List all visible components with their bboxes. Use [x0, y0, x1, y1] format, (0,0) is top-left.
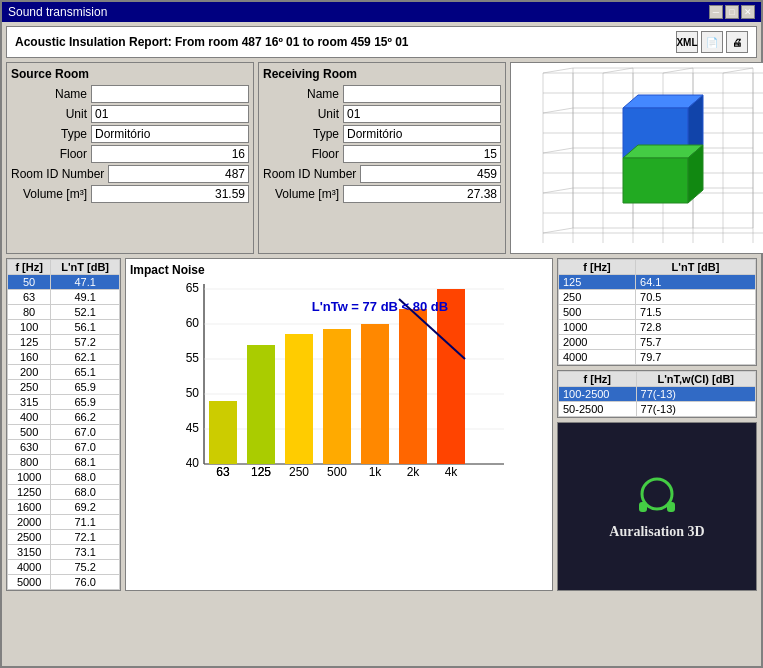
freq-cell: 250	[559, 290, 636, 305]
value-cell: 68.1	[51, 455, 120, 470]
freq-cell: 1000	[559, 320, 636, 335]
freq-table-left-table: f [Hz] L'nT [dB] 5047.16349.18052.110056…	[7, 259, 120, 590]
freq-table-row[interactable]: 160069.2	[8, 500, 120, 515]
freq-table-row[interactable]: 100068.0	[8, 470, 120, 485]
bar-63-fix	[209, 419, 237, 464]
value-cell: 65.1	[51, 365, 120, 380]
source-unit-label: Unit	[11, 107, 91, 121]
close-button[interactable]: ✕	[741, 5, 755, 19]
freq-cell: 630	[8, 440, 51, 455]
source-volume-input[interactable]	[91, 185, 249, 203]
recv-roomid-input[interactable]	[360, 165, 501, 183]
room-3d-svg	[513, 63, 764, 253]
freq-table-row[interactable]: 200071.1	[8, 515, 120, 530]
freq-cell: 2000	[559, 335, 636, 350]
freq-table-row[interactable]: 20065.1	[8, 365, 120, 380]
recv-volume-label: Volume [m³]	[263, 187, 343, 201]
svg-text:250: 250	[289, 465, 309, 479]
svg-rect-66	[667, 502, 675, 512]
freq-cell: 250	[8, 380, 51, 395]
freq-cell: 500	[8, 425, 51, 440]
right-table-lower-row[interactable]: 50-250077(-13)	[559, 402, 756, 417]
freq-table-row[interactable]: 500076.0	[8, 575, 120, 590]
freq-table-row[interactable]: 16062.1	[8, 350, 120, 365]
source-type-input[interactable]	[91, 125, 249, 143]
xml-icon[interactable]: XML	[676, 31, 698, 53]
freq-table-row[interactable]: 8052.1	[8, 305, 120, 320]
right-table-upper-row[interactable]: 25070.5	[559, 290, 756, 305]
freq-table-row[interactable]: 315073.1	[8, 545, 120, 560]
recv-type-input[interactable]	[343, 125, 501, 143]
source-type-label: Type	[11, 127, 91, 141]
value-cell: 73.1	[51, 545, 120, 560]
svg-text:2k: 2k	[407, 465, 421, 479]
right-table-upper-row[interactable]: 100072.8	[559, 320, 756, 335]
right-panel: f [Hz] L'nT [dB] 12564.125070.550071.510…	[557, 258, 757, 591]
freq-table-row[interactable]: 31565.9	[8, 395, 120, 410]
main-content: Acoustic Insulation Report: From room 48…	[2, 22, 761, 595]
recv-name-input[interactable]	[343, 85, 501, 103]
value-cell: 77(-13)	[636, 387, 755, 402]
source-room-title: Source Room	[11, 67, 249, 81]
print-icon[interactable]: 🖨	[726, 31, 748, 53]
right-table-lower-row[interactable]: 100-250077(-13)	[559, 387, 756, 402]
right-table-upper-row[interactable]: 200075.7	[559, 335, 756, 350]
svg-marker-39	[623, 158, 688, 203]
right-table-upper: f [Hz] L'nT [dB] 12564.125070.550071.510…	[557, 258, 757, 366]
source-roomid-input[interactable]	[108, 165, 249, 183]
receiving-room-title: Receiving Room	[263, 67, 501, 81]
freq-table-row[interactable]: 25065.9	[8, 380, 120, 395]
right-table-upper-row[interactable]: 400079.7	[559, 350, 756, 365]
svg-text:45: 45	[186, 421, 200, 435]
recv-volume-input[interactable]	[343, 185, 501, 203]
freq-table-row[interactable]: 125068.0	[8, 485, 120, 500]
recv-floor-row: Floor	[263, 145, 501, 163]
recv-floor-input[interactable]	[343, 145, 501, 163]
report-icons: XML 📄 🖨	[676, 31, 748, 53]
receiving-room-3d	[623, 145, 703, 203]
source-name-row: Name	[11, 85, 249, 103]
freq-table-row[interactable]: 5047.1	[8, 275, 120, 290]
source-unit-input[interactable]	[91, 105, 249, 123]
freq-table-row[interactable]: 10056.1	[8, 320, 120, 335]
freq-cell: 4000	[559, 350, 636, 365]
value-cell: 71.1	[51, 515, 120, 530]
recv-unit-label: Unit	[263, 107, 343, 121]
freq-table-row[interactable]: 400075.2	[8, 560, 120, 575]
recv-type-row: Type	[263, 125, 501, 143]
freq-table-row[interactable]: 12557.2	[8, 335, 120, 350]
value-cell: 69.2	[51, 500, 120, 515]
maximize-button[interactable]: □	[725, 5, 739, 19]
svg-text:40: 40	[186, 456, 200, 470]
svg-text:50: 50	[186, 386, 200, 400]
source-roomid-row: Room ID Number	[11, 165, 249, 183]
freq-table-row[interactable]: 40066.2	[8, 410, 120, 425]
bar-1k-fix	[361, 324, 389, 464]
auralisation-box[interactable]: Auralisation 3D	[557, 422, 757, 591]
pdf-icon[interactable]: 📄	[701, 31, 723, 53]
value-cell: 75.2	[51, 560, 120, 575]
source-name-input[interactable]	[91, 85, 249, 103]
room-3d-preview	[510, 62, 763, 254]
freq-table-row[interactable]: 63067.0	[8, 440, 120, 455]
source-floor-input[interactable]	[91, 145, 249, 163]
headphones-icon	[627, 474, 687, 524]
rt-lnt-header: L'nT [dB]	[636, 260, 756, 275]
recv-unit-input[interactable]	[343, 105, 501, 123]
right-table-upper-row[interactable]: 12564.1	[559, 275, 756, 290]
freq-table-row[interactable]: 50067.0	[8, 425, 120, 440]
freq-table-row[interactable]: 80068.1	[8, 455, 120, 470]
minimize-button[interactable]: ─	[709, 5, 723, 19]
freq-table-row[interactable]: 250072.1	[8, 530, 120, 545]
right-table-upper-row[interactable]: 50071.5	[559, 305, 756, 320]
freq-cell: 800	[8, 455, 51, 470]
freq-table-row[interactable]: 6349.1	[8, 290, 120, 305]
bar-2k-fix	[399, 309, 427, 464]
svg-text:500: 500	[327, 465, 347, 479]
recv-roomid-label: Room ID Number	[263, 167, 360, 181]
right-table-lower: f [Hz] L'nT,w(CI) [dB] 100-250077(-13)50…	[557, 370, 757, 418]
source-name-label: Name	[11, 87, 91, 101]
value-cell: 56.1	[51, 320, 120, 335]
value-cell: 64.1	[636, 275, 756, 290]
auralisation-label: Auralisation 3D	[609, 524, 704, 540]
